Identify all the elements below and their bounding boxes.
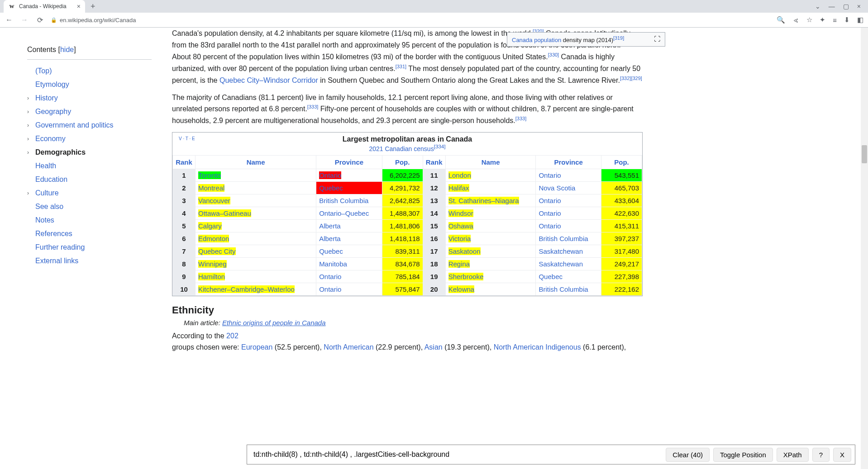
city-link[interactable]: Montreal [198, 184, 224, 192]
toc-link[interactable]: Culture [35, 189, 59, 197]
toc-item[interactable]: Notes [27, 213, 154, 227]
extensions-icon[interactable]: ✦ [820, 16, 825, 24]
toc-item[interactable]: See also [27, 200, 154, 213]
province-link[interactable]: Ontario [319, 285, 341, 293]
hide-toc-link[interactable]: hide [60, 46, 74, 53]
chevron-right-icon[interactable]: › [27, 122, 35, 128]
th-pop-r[interactable]: Pop. [601, 155, 642, 169]
ref-333a[interactable]: [333] [307, 104, 318, 109]
ref-329b[interactable]: [329] [631, 76, 642, 81]
browser-tab[interactable]: W Canada - Wikipedia × [4, 0, 85, 13]
toc-item[interactable]: (Top) [27, 64, 154, 78]
province-link[interactable]: Alberta [319, 222, 341, 230]
xpath-button[interactable]: XPath [777, 448, 809, 462]
province-link[interactable]: Ontario [319, 171, 341, 179]
province-link[interactable]: Saskatchewan [539, 260, 583, 268]
province-link[interactable]: Ontario [539, 222, 561, 230]
province-link[interactable]: Alberta [319, 235, 341, 242]
url-field[interactable]: 🔒 en.wikipedia.org/wiki/Canada [51, 17, 770, 24]
indigenous-link[interactable]: North American Indigenous [494, 343, 581, 351]
maximize-icon[interactable]: ▢ [843, 3, 849, 10]
ref-330[interactable]: [330] [548, 52, 559, 57]
province-link[interactable]: British Columbia [539, 285, 588, 293]
toc-link[interactable]: Demographics [35, 148, 86, 156]
vertical-scrollbar[interactable] [861, 28, 868, 469]
vte-v[interactable]: V [179, 136, 182, 141]
city-link[interactable]: Kelowna [448, 285, 475, 293]
city-link[interactable]: Saskatoon [448, 247, 481, 255]
zoom-icon[interactable]: 🔍 [777, 16, 785, 24]
minimize-icon[interactable]: — [829, 3, 835, 10]
toc-link[interactable]: References [35, 230, 72, 238]
province-link[interactable]: Ontario [539, 171, 561, 179]
download-icon[interactable]: ⬇ [844, 16, 850, 24]
clear-button[interactable]: Clear (40) [666, 448, 710, 462]
north-american-link[interactable]: North American [324, 343, 373, 351]
star-icon[interactable]: ☆ [806, 16, 812, 24]
infobox-link[interactable]: Canada population [512, 37, 561, 43]
city-link[interactable]: Hamilton [198, 273, 225, 280]
city-link[interactable]: St. Catharines–Niagara [448, 197, 519, 204]
toc-item[interactable]: Health [27, 159, 154, 173]
toc-link[interactable]: (Top) [35, 67, 52, 75]
city-link[interactable]: Victoria [448, 235, 471, 242]
toc-link[interactable]: External links [35, 257, 78, 265]
toc-link[interactable]: Education [35, 175, 67, 184]
forward-button[interactable]: → [20, 15, 29, 24]
th-name-l[interactable]: Name [196, 155, 316, 169]
province-link[interactable]: Quebec [319, 184, 343, 192]
province-link[interactable]: British Columbia [319, 197, 368, 204]
chevron-right-icon[interactable]: › [27, 95, 35, 101]
toc-item[interactable]: ›Economy [27, 132, 154, 146]
european-link[interactable]: European [241, 343, 272, 351]
province-link[interactable]: Quebec [319, 247, 343, 255]
back-button[interactable]: ← [5, 15, 14, 24]
infobox-ref[interactable]: [319] [613, 35, 624, 41]
th-pop-l[interactable]: Pop. [382, 155, 423, 169]
help-button[interactable]: ? [812, 448, 830, 462]
ref-334[interactable]: [334] [434, 143, 446, 149]
chevron-down-icon[interactable]: ⌄ [815, 3, 820, 10]
new-tab-button[interactable]: + [91, 2, 95, 11]
province-link[interactable]: Ontario–Quebec [319, 209, 369, 217]
city-link[interactable]: Vancouver [198, 197, 230, 204]
city-link[interactable]: Winnipeg [198, 260, 227, 268]
city-link[interactable]: London [448, 171, 471, 179]
close-bar-button[interactable]: X [833, 448, 851, 462]
province-link[interactable]: Ontario [319, 273, 341, 280]
chevron-right-icon[interactable]: › [27, 136, 35, 142]
city-link[interactable]: Regina [448, 260, 470, 268]
city-link[interactable]: Oshawa [448, 222, 473, 230]
toc-item[interactable]: ›Culture [27, 186, 154, 200]
toc-item[interactable]: Further reading [27, 241, 154, 254]
toc-link[interactable]: Notes [35, 216, 54, 224]
toc-item[interactable]: ›Government and politics [27, 118, 154, 132]
census-link[interactable]: 2021 Canadian census [369, 145, 434, 152]
toc-item[interactable]: Etymology [27, 78, 154, 91]
province-link[interactable]: Ontario [539, 197, 561, 204]
th-rank-l[interactable]: Rank [173, 155, 196, 169]
province-link[interactable]: Manitoba [319, 260, 347, 268]
scrollbar-thumb[interactable] [862, 145, 867, 163]
toc-link[interactable]: Further reading [35, 243, 85, 251]
toc-link[interactable]: Etymology [35, 81, 69, 89]
city-link[interactable]: Sherbrooke [448, 273, 484, 280]
province-link[interactable]: Ontario [539, 209, 561, 217]
quebec-windsor-link[interactable]: Quebec City–Windsor Corridor [219, 76, 318, 84]
toc-link[interactable]: See also [35, 203, 63, 211]
chevron-right-icon[interactable]: › [27, 149, 35, 156]
city-link[interactable]: Edmonton [198, 235, 229, 242]
city-link[interactable]: Quebec City [198, 247, 236, 255]
expand-icon[interactable]: ⛶ [654, 35, 660, 43]
province-link[interactable]: British Columbia [539, 235, 588, 242]
toc-item[interactable]: ›Geography [27, 105, 154, 118]
ethnic-origins-link[interactable]: Ethnic origins of people in Canada [222, 319, 326, 327]
th-prov-l[interactable]: Province [316, 155, 382, 169]
city-link[interactable]: Halifax [448, 184, 469, 192]
ref-332[interactable]: [332] [620, 76, 631, 81]
province-link[interactable]: Nova Scotia [539, 184, 575, 192]
toc-link[interactable]: Government and politics [35, 121, 114, 129]
asian-link[interactable]: Asian [424, 343, 443, 351]
toc-item[interactable]: ›Demographics [27, 146, 154, 159]
th-name-r[interactable]: Name [445, 155, 536, 169]
